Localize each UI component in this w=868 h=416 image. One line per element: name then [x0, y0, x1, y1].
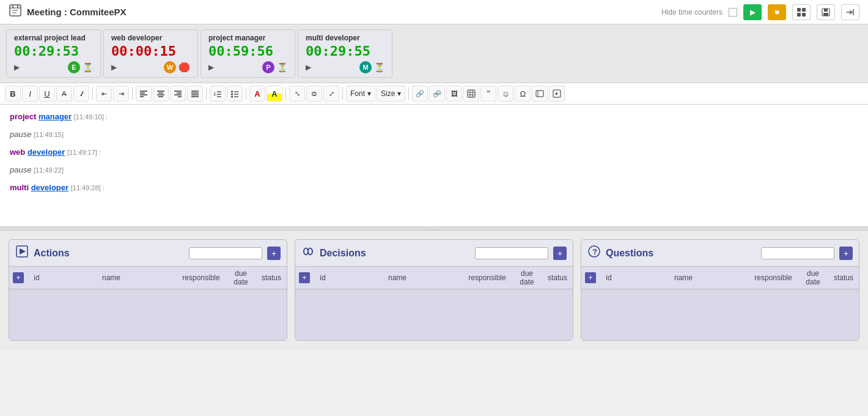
code-button[interactable] [532, 86, 548, 102]
editor-entry-5: multi developer [11:49:28] : [10, 183, 858, 192]
svg-rect-9 [802, 13, 806, 17]
decisions-table: + id name responsible due date status [295, 267, 573, 289]
entry-name-5: multi developer [10, 183, 68, 192]
entry-time-2: [11:49:15] [34, 131, 64, 138]
actions-table-header: + id name responsible due date status [9, 267, 287, 289]
font-color-button[interactable]: A [249, 86, 265, 102]
svg-point-35 [231, 91, 233, 93]
questions-col-id: id [600, 267, 618, 289]
decisions-panel-header: Decisions + [295, 240, 573, 267]
hide-counters-checkbox[interactable] [729, 8, 737, 17]
unlink-button[interactable]: 🔗 [429, 86, 445, 102]
decisions-search-input[interactable] [475, 247, 548, 259]
align-right-button[interactable] [170, 86, 186, 102]
decisions-add-button[interactable]: + [553, 247, 567, 260]
timer-card-pm: project manager 00:59:56 ▶ P ⏳ [200, 29, 295, 78]
questions-table-add-btn[interactable]: + [585, 272, 596, 283]
questions-table: + id name responsible due date status [581, 267, 859, 289]
stop-button[interactable]: ■ [768, 4, 786, 20]
timer-play-pm[interactable]: ▶ [208, 63, 214, 72]
entry-name-3: web developer [10, 147, 65, 157]
questions-add-button[interactable]: + [839, 247, 853, 260]
questions-search-input[interactable] [761, 247, 834, 259]
entry-link-1[interactable]: manager [39, 112, 72, 121]
actions-table-add-btn[interactable]: + [13, 272, 24, 283]
entry-pause-4: pause [10, 165, 31, 174]
editor-entry-2: pause [11:49:15] [10, 130, 858, 139]
svg-rect-12 [823, 13, 828, 16]
timer-value-external: 00:29:53 [14, 43, 93, 59]
align-left-button[interactable] [136, 86, 152, 102]
underline-button[interactable]: U [39, 86, 55, 102]
actions-panel-title: Actions [34, 248, 184, 259]
svg-rect-11 [824, 9, 828, 12]
actions-search-input[interactable] [189, 247, 262, 259]
actions-panel: Actions + + id name responsible due date… [9, 239, 287, 341]
toolbar: B I U A̶ 𝑰 ⇤ ⇥ 1. A A ⤡ ⧉ ⤢ Font ▾ Size … [0, 83, 868, 105]
decisions-table-add-btn[interactable]: + [299, 272, 310, 283]
outdent-button[interactable]: ⇤ [96, 86, 112, 102]
entry-name-1: project manager [10, 112, 72, 121]
save-button[interactable] [817, 4, 835, 20]
table-button[interactable] [463, 86, 479, 102]
timer-hourglass-multidev: ⏳ [374, 62, 384, 72]
align-center-button[interactable] [153, 86, 169, 102]
svg-rect-46 [536, 91, 543, 97]
entry-time-3: [11:49:17] : [67, 149, 101, 156]
special-button[interactable]: ✦ [549, 86, 565, 102]
svg-text:✦: ✦ [554, 91, 559, 97]
sep7 [408, 87, 409, 100]
svg-text:?: ? [592, 247, 597, 256]
questions-table-header: + id name responsible due date status [581, 267, 859, 289]
strikethrough-button[interactable]: A̶ [56, 86, 72, 102]
emoji-button[interactable]: ☺ [498, 86, 513, 102]
timer-card-webdev: web developer 00:00:15 ▶ W 🛑 [103, 29, 198, 78]
timer-hourglass-external: ⏳ [83, 62, 93, 72]
timer-play-multidev[interactable]: ▶ [306, 63, 311, 72]
timer-title-webdev: web developer [111, 34, 190, 42]
indent-button[interactable]: ⇥ [113, 86, 129, 102]
italic-button[interactable]: I [22, 86, 38, 102]
ordered-list-button[interactable]: 1. [210, 86, 226, 102]
size-dropdown[interactable]: Size ▾ [377, 86, 405, 102]
export-button[interactable] [841, 4, 859, 20]
font-bg-button[interactable]: A [267, 86, 282, 102]
size-dropdown-label: Size [381, 89, 395, 98]
align-justify-button[interactable] [187, 86, 203, 102]
actions-col-name: name [46, 267, 177, 289]
entry-pause-2: pause [10, 130, 31, 139]
questions-panel-header: ? Questions + [581, 240, 859, 267]
omega-button[interactable]: Ω [515, 86, 531, 102]
decisions-col-id: id [314, 267, 332, 289]
entry-link-5[interactable]: developer [31, 183, 68, 192]
image-button[interactable]: 🖼 [446, 86, 462, 102]
entry-time-5: [11:49:28] : [71, 184, 105, 191]
copy-button[interactable]: ⧉ [306, 86, 322, 102]
link-button[interactable]: 🔗 [412, 86, 428, 102]
editor-entry-3: web developer [11:49:17] : [10, 147, 858, 157]
timer-play-webdev[interactable]: ▶ [111, 63, 117, 72]
expand-button[interactable]: ⤢ [323, 86, 339, 102]
actions-add-button[interactable]: + [267, 247, 281, 260]
font-dropdown[interactable]: Font ▾ [346, 86, 375, 102]
grid-button[interactable] [792, 4, 811, 20]
entry-link-3[interactable]: developer [28, 147, 65, 157]
actions-col-status: status [256, 267, 287, 289]
play-button[interactable]: ▶ [743, 4, 762, 20]
unordered-list-button[interactable] [227, 86, 243, 102]
questions-col-responsible: responsible [749, 267, 798, 289]
decisions-col-responsible: responsible [463, 267, 512, 289]
questions-panel-body: + id name responsible due date status [581, 267, 859, 340]
timer-play-external[interactable]: ▶ [14, 63, 20, 72]
quote-button[interactable]: " [480, 86, 496, 102]
timer-avatar-multidev: M [359, 61, 372, 73]
header-left: Meeting : CommiteePX [9, 4, 127, 20]
shrink-button[interactable]: ⤡ [289, 86, 305, 102]
actions-panel-body: + id name responsible due date status [9, 267, 287, 340]
italic2-button[interactable]: 𝑰 [73, 86, 89, 102]
bottom-panels: Actions + + id name responsible due date… [0, 231, 868, 349]
meeting-icon [9, 4, 22, 20]
editor-area[interactable]: project manager [11:49:10] : pause [11:4… [0, 105, 868, 227]
bold-button[interactable]: B [5, 86, 21, 102]
decisions-table-header: + id name responsible due date status [295, 267, 573, 289]
